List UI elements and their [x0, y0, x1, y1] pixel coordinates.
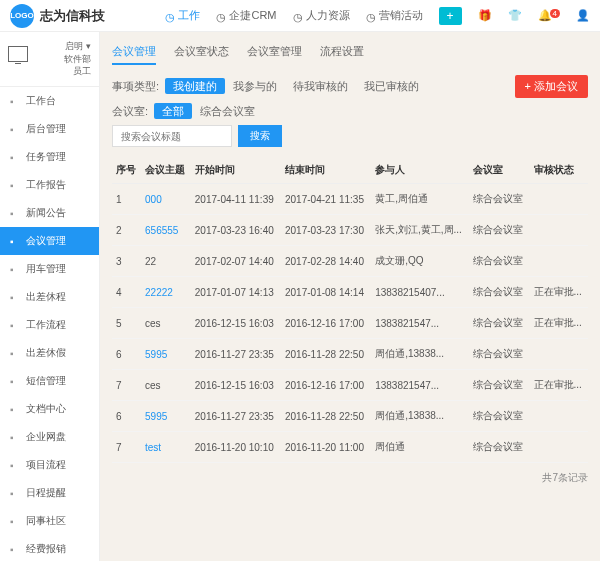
sidebar-label: 后台管理	[26, 122, 66, 136]
filter-option[interactable]: 全部	[154, 103, 192, 119]
filter-option[interactable]: 综合会议室	[192, 103, 263, 119]
sidebar-item[interactable]: ▪文档中心	[0, 395, 99, 423]
sidebar-icon: ▪	[10, 208, 20, 218]
sidebar-icon: ▪	[10, 264, 20, 274]
topnav-item[interactable]: ◷工作	[165, 8, 200, 23]
topnav-item[interactable]: ◷企捷CRM	[216, 8, 276, 23]
sidebar-icon: ▪	[10, 124, 20, 134]
gift-icon[interactable]: 🎁	[478, 9, 492, 22]
cell-status	[530, 339, 588, 370]
user-name: 启明 ▾	[34, 40, 91, 53]
cell-who: 周伯通,13838...	[371, 401, 469, 432]
search-input[interactable]	[112, 125, 232, 147]
sidebar-icon: ▪	[10, 236, 20, 246]
sidebar-label: 企业网盘	[26, 430, 66, 444]
sidebar-item[interactable]: ▪工作台	[0, 87, 99, 115]
sidebar-label: 项目流程	[26, 458, 66, 472]
new-button[interactable]: +	[439, 7, 462, 25]
tab[interactable]: 流程设置	[320, 40, 364, 65]
cell-topic[interactable]: 5995	[141, 339, 191, 370]
cell-topic: ces	[141, 370, 191, 401]
cell-room: 综合会议室	[469, 370, 529, 401]
cell-room: 综合会议室	[469, 246, 529, 277]
search-button[interactable]: 搜索	[238, 125, 282, 147]
cell-status	[530, 184, 588, 215]
sidebar-label: 经费报销	[26, 542, 66, 556]
column-header: 审核状态	[530, 157, 588, 184]
sidebar-label: 出差休假	[26, 346, 66, 360]
add-meeting-button[interactable]: + 添加会议	[515, 75, 588, 98]
cell-room: 综合会议室	[469, 432, 529, 463]
sidebar-label: 会议管理	[26, 234, 66, 248]
filter-room-label: 会议室:	[112, 104, 148, 119]
sidebar-item[interactable]: ▪短信管理	[0, 367, 99, 395]
sidebar-icon: ▪	[10, 488, 20, 498]
table-row: 7ces2016-12-15 16:032016-12-16 17:001383…	[112, 370, 588, 401]
tab[interactable]: 会议室状态	[174, 40, 229, 65]
cell-status: 正在审批...	[530, 370, 588, 401]
sidebar-icon: ▪	[10, 404, 20, 414]
sidebar-icon: ▪	[10, 460, 20, 470]
cell-start: 2017-01-07 14:13	[191, 277, 281, 308]
sidebar-icon: ▪	[10, 96, 20, 106]
user-icon[interactable]: 👤	[576, 9, 590, 22]
filter-option[interactable]: 我已审核的	[356, 78, 427, 94]
sidebar-item[interactable]: ▪同事社区	[0, 507, 99, 535]
sidebar-item[interactable]: ▪后台管理	[0, 115, 99, 143]
column-header: 会议主题	[141, 157, 191, 184]
sidebar-item[interactable]: ▪新闻公告	[0, 199, 99, 227]
cell-who: 1383821547...	[371, 370, 469, 401]
sidebar-icon: ▪	[10, 376, 20, 386]
cell-room: 综合会议室	[469, 215, 529, 246]
notification-icon[interactable]: 🔔4	[538, 9, 560, 22]
sidebar-item[interactable]: ▪用车管理	[0, 255, 99, 283]
sidebar-item[interactable]: ▪出差休程	[0, 283, 99, 311]
cell-topic: ces	[141, 308, 191, 339]
table-row: 659952016-11-27 23:352016-11-28 22:50周伯通…	[112, 339, 588, 370]
tab[interactable]: 会议管理	[112, 40, 156, 65]
cell-topic[interactable]: 5995	[141, 401, 191, 432]
sidebar-item[interactable]: ▪任务管理	[0, 143, 99, 171]
topnav-item[interactable]: ◷人力资源	[293, 8, 350, 23]
nav-icon: ◷	[366, 11, 376, 21]
sidebar-label: 日程提醒	[26, 486, 66, 500]
cell-room: 综合会议室	[469, 277, 529, 308]
cell-topic[interactable]: test	[141, 432, 191, 463]
sidebar-label: 工作台	[26, 94, 56, 108]
sidebar-item[interactable]: ▪出差休假	[0, 339, 99, 367]
cell-index: 5	[112, 308, 141, 339]
tabs: 会议管理会议室状态会议室管理流程设置	[112, 40, 588, 65]
cell-end: 2017-03-23 17:30	[281, 215, 371, 246]
sidebar-item[interactable]: ▪工作报告	[0, 171, 99, 199]
cell-topic[interactable]: 22222	[141, 277, 191, 308]
cell-topic[interactable]: 000	[141, 184, 191, 215]
cell-room: 综合会议室	[469, 339, 529, 370]
cell-end: 2017-02-28 14:40	[281, 246, 371, 277]
topnav-item[interactable]: ◷营销活动	[366, 8, 423, 23]
filter-option[interactable]: 待我审核的	[285, 78, 356, 94]
table-row: 26565552017-03-23 16:402017-03-23 17:30张…	[112, 215, 588, 246]
sidebar-item[interactable]: ▪企业网盘	[0, 423, 99, 451]
cell-index: 6	[112, 401, 141, 432]
sidebar-item[interactable]: ▪会议管理	[0, 227, 99, 255]
cell-room: 综合会议室	[469, 401, 529, 432]
cell-topic[interactable]: 656555	[141, 215, 191, 246]
cell-status	[530, 215, 588, 246]
filter-type-label: 事项类型:	[112, 79, 159, 94]
tab[interactable]: 会议室管理	[247, 40, 302, 65]
sidebar-item[interactable]: ▪项目流程	[0, 451, 99, 479]
sidebar-item[interactable]: ▪日程提醒	[0, 479, 99, 507]
cell-who: 周伯通	[371, 432, 469, 463]
brand-name: 志为信科技	[40, 7, 105, 25]
sidebar-item[interactable]: ▪工作流程	[0, 311, 99, 339]
shirt-icon[interactable]: 👕	[508, 9, 522, 22]
sidebar-icon: ▪	[10, 292, 20, 302]
sidebar-label: 工作流程	[26, 318, 66, 332]
cell-topic: 22	[141, 246, 191, 277]
column-header: 序号	[112, 157, 141, 184]
filter-option[interactable]: 我创建的	[165, 78, 225, 94]
filter-option[interactable]: 我参与的	[225, 78, 285, 94]
sidebar-icon: ▪	[10, 432, 20, 442]
sidebar-item[interactable]: ▪经费报销	[0, 535, 99, 561]
column-header: 会议室	[469, 157, 529, 184]
